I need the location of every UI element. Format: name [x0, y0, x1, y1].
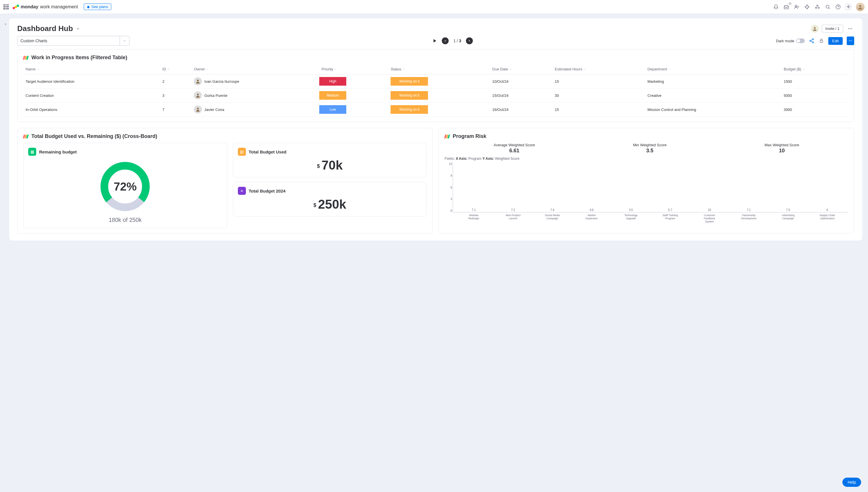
cell-id: 3	[160, 89, 191, 103]
chevron-down-icon[interactable]	[76, 27, 80, 31]
lock-icon[interactable]	[819, 38, 824, 44]
donut-sub: 180k of 250k	[109, 217, 142, 223]
bar-0[interactable]: 7.1Website Redesign	[467, 208, 480, 212]
view-selector[interactable]: Custom Charts	[17, 36, 130, 46]
next-page-button[interactable]	[466, 38, 473, 44]
cell-status: Working on it	[388, 89, 490, 103]
extensions-icon[interactable]	[815, 4, 820, 10]
bar-6[interactable]: 10Customer Feedback System	[703, 208, 717, 212]
apps-marketplace-icon[interactable]	[804, 4, 810, 10]
cell-status: Working on it	[388, 103, 490, 117]
svg-point-13	[859, 5, 861, 7]
bar-value: 4.6	[590, 208, 594, 212]
inbox-icon[interactable]: 11	[783, 4, 789, 10]
inbox-badge: 11	[789, 2, 792, 5]
cell-dept: Mission Control and Planning	[645, 103, 781, 117]
brand-sub: work management	[40, 4, 78, 9]
ai-icon[interactable]	[846, 4, 851, 10]
bar-4[interactable]: 3.5Technology Upgrade	[624, 208, 638, 212]
svg-point-9	[826, 5, 829, 8]
owner-avatar	[194, 91, 202, 99]
more-options-icon[interactable]	[846, 25, 854, 33]
card-logo-icon	[23, 134, 29, 139]
svg-point-3	[795, 5, 797, 7]
cell-owner: Javier Coira	[191, 103, 319, 117]
col-priority[interactable]: Priority	[319, 64, 388, 74]
used-label: Total Budget Used	[249, 149, 286, 154]
col-due[interactable]: Due Date	[490, 64, 553, 74]
viewer-avatar[interactable]	[811, 25, 819, 33]
dark-mode-toggle[interactable]	[796, 39, 805, 43]
risk-chart: 129630 7.1Website Redesign7.2New Product…	[445, 163, 848, 220]
svg-point-1	[15, 6, 17, 8]
budget-title: Total Budget Used vs. Remaining ($) (Cro…	[31, 133, 157, 139]
col-id[interactable]: ID	[160, 64, 191, 74]
bar-label: Website Redesign	[463, 212, 484, 220]
apps-grid-icon[interactable]	[3, 4, 9, 9]
cell-budget: 5000	[781, 89, 848, 103]
bar-2[interactable]: 7.4Social Media Campaign	[545, 208, 559, 212]
bar-9[interactable]: 6Supply Chain Optimization	[821, 208, 834, 212]
svg-point-17	[851, 28, 852, 29]
col-owner[interactable]: Owner	[191, 64, 319, 74]
cell-name: In-Orbit Operations	[23, 103, 160, 117]
chevron-down-icon	[120, 36, 126, 45]
edit-button[interactable]: Edit	[828, 37, 843, 45]
bar-7[interactable]: 7.1Partnership Development	[742, 208, 755, 212]
cell-budget: 1500	[781, 74, 848, 89]
bar-label: Social Media Campaign	[542, 212, 563, 220]
col-name[interactable]: Name	[23, 64, 160, 74]
svg-point-28	[197, 80, 199, 81]
bar-5[interactable]: 5.7Staff Training Program	[663, 208, 677, 212]
table-row[interactable]: Content Creation3Gorka PuenteMediumWorki…	[23, 89, 848, 103]
total-value: 250k	[318, 197, 346, 211]
owner-avatar	[194, 105, 202, 114]
col-budget[interactable]: Budget ($)	[781, 64, 848, 74]
calculator-icon: ▦	[28, 148, 36, 156]
svg-point-27	[851, 41, 852, 41]
table-row[interactable]: Target Audience Identification2Ivan Garc…	[23, 74, 848, 89]
table-row[interactable]: In-Orbit Operations7Javier CoiraLowWorki…	[23, 103, 848, 117]
max-value: 10	[765, 148, 799, 154]
svg-point-30	[197, 108, 199, 109]
share-icon[interactable]	[809, 38, 815, 44]
col-dept[interactable]: Department	[645, 64, 781, 74]
bar-value: 7.1	[747, 208, 751, 212]
budget-total-panel: ≡ Total Budget 2024 $250k	[233, 182, 427, 216]
more-actions-button[interactable]	[847, 36, 854, 45]
bar-value: 3.5	[629, 208, 633, 212]
svg-point-26	[850, 41, 851, 41]
user-avatar[interactable]	[856, 3, 865, 11]
invite-icon[interactable]	[794, 4, 800, 10]
cell-name: Target Audience Identification	[23, 74, 160, 89]
bell-icon[interactable]	[773, 4, 779, 10]
bar-value: 7.5	[786, 208, 790, 212]
logo[interactable]: monday work management	[12, 3, 78, 10]
svg-point-7	[815, 7, 817, 8]
svg-point-8	[818, 7, 819, 8]
svg-point-0	[13, 7, 15, 9]
bar-3[interactable]: 4.6Market Expansion	[585, 208, 599, 212]
expand-sidebar-icon[interactable]	[3, 19, 8, 29]
invite-button[interactable]: Invite / 1	[822, 25, 843, 32]
col-status[interactable]: Status	[388, 64, 490, 74]
col-est[interactable]: Estimated Hours	[553, 64, 646, 74]
see-plans-button[interactable]: ◆ See plans	[84, 3, 111, 10]
svg-marker-18	[434, 39, 436, 43]
risk-card: Program Risk Average Weighted Score6.61 …	[439, 128, 854, 233]
cell-est: 15	[553, 103, 646, 117]
budget-card: Total Budget Used vs. Remaining ($) (Cro…	[17, 128, 433, 233]
cell-id: 7	[160, 103, 191, 117]
cell-due: 10/Oct/24	[490, 74, 553, 89]
cell-id: 2	[160, 74, 191, 89]
bar-label: Supply Chain Optimization	[817, 212, 838, 220]
bar-8[interactable]: 7.5Advertising Campaign	[781, 208, 795, 212]
bar-1[interactable]: 7.2New Product Launch	[506, 208, 520, 212]
prev-page-button[interactable]	[442, 38, 449, 44]
svg-point-2	[17, 5, 19, 7]
svg-point-14	[814, 27, 816, 29]
help-icon[interactable]	[835, 4, 841, 10]
play-icon[interactable]	[432, 39, 437, 43]
cell-status: Working on it	[388, 74, 490, 89]
search-icon[interactable]	[825, 4, 830, 10]
